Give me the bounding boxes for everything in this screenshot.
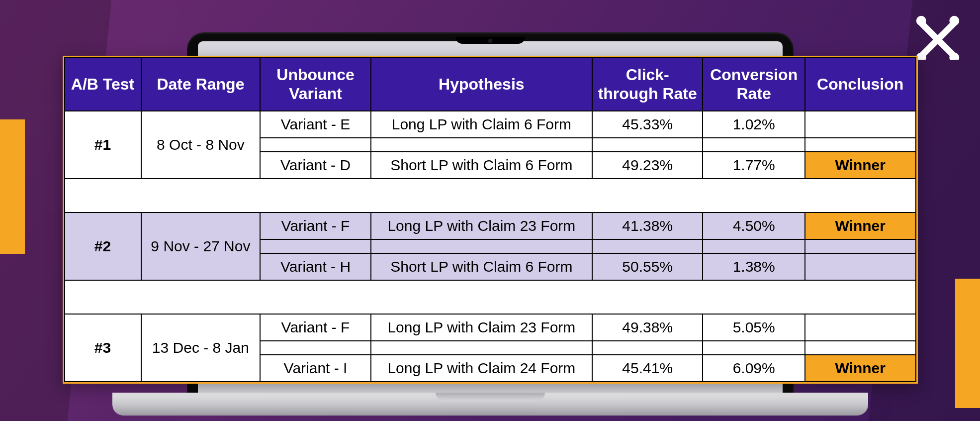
table-gap-row <box>65 179 916 212</box>
cell-cvr: 5.05% <box>703 314 804 341</box>
cell-variant: Variant - F <box>260 212 371 239</box>
cell-cvr: 1.77% <box>703 152 804 179</box>
cell-ctr: 45.33% <box>592 111 703 138</box>
cell-empty <box>371 239 592 253</box>
table-row: #29 Nov - 27 NovVariant - FLong LP with … <box>65 212 916 239</box>
cell-empty <box>703 341 804 355</box>
brand-x-icon <box>915 15 960 60</box>
cell-hypothesis: Long LP with Claim 23 Form <box>371 212 592 239</box>
svg-point-0 <box>916 16 926 26</box>
cell-cvr: 1.38% <box>703 253 804 280</box>
cell-empty <box>260 341 371 355</box>
cell-gap <box>65 179 916 212</box>
cell-date-range: 9 Nov - 27 Nov <box>141 212 261 280</box>
cell-empty <box>703 138 804 152</box>
cell-cvr: 6.09% <box>703 355 804 382</box>
cell-conclusion <box>805 314 916 341</box>
ab-test-table-container: A/B Test Date Range Unbounce Variant Hyp… <box>63 56 918 384</box>
cell-date-range: 13 Dec - 8 Jan <box>141 314 261 382</box>
table-row: #18 Oct - 8 NovVariant - ELong LP with C… <box>65 111 916 138</box>
cell-empty <box>703 239 804 253</box>
cell-conclusion <box>805 111 916 138</box>
table-gap-row <box>65 280 916 314</box>
cell-hypothesis: Long LP with Claim 23 Form <box>371 314 592 341</box>
cell-hypothesis: Long LP with Claim 6 Form <box>371 111 592 138</box>
cell-variant: Variant - E <box>260 111 371 138</box>
cell-ctr: 41.38% <box>592 212 703 239</box>
cell-empty <box>260 239 371 253</box>
laptop-trackpad-notch <box>436 393 545 401</box>
cell-hypothesis: Short LP with Claim 6 Form <box>371 253 592 280</box>
cell-cvr: 1.02% <box>703 111 804 138</box>
col-header-conclusion: Conclusion <box>805 58 916 111</box>
cell-variant: Variant - D <box>260 152 371 179</box>
table-row: #313 Dec - 8 JanVariant - FLong LP with … <box>65 314 916 341</box>
laptop-camera-icon <box>455 37 525 44</box>
col-header-test: A/B Test <box>65 58 141 111</box>
cell-test-id: #1 <box>65 111 141 179</box>
col-header-cvr: Conversion Rate <box>703 58 804 111</box>
cell-empty <box>371 341 592 355</box>
cell-date-range: 8 Oct - 8 Nov <box>141 111 261 179</box>
cell-conclusion: Winner <box>805 355 916 382</box>
svg-point-1 <box>949 16 959 26</box>
cell-empty <box>592 138 703 152</box>
cell-empty <box>805 138 916 152</box>
cell-variant: Variant - F <box>260 314 371 341</box>
cell-hypothesis: Long LP with Claim 24 Form <box>371 355 592 382</box>
col-header-variant: Unbounce Variant <box>260 58 371 111</box>
cell-ctr: 50.55% <box>592 253 703 280</box>
cell-conclusion: Winner <box>805 152 916 179</box>
laptop-base <box>112 393 868 416</box>
cell-variant: Variant - H <box>260 253 371 280</box>
cell-hypothesis: Short LP with Claim 6 Form <box>371 152 592 179</box>
cell-empty <box>592 239 703 253</box>
cell-test-id: #3 <box>65 314 141 382</box>
accent-block-right <box>955 279 980 408</box>
ab-test-table: A/B Test Date Range Unbounce Variant Hyp… <box>64 57 916 382</box>
cell-ctr: 49.23% <box>592 152 703 179</box>
col-header-ctr: Click-through Rate <box>592 58 703 111</box>
cell-conclusion <box>805 253 916 280</box>
cell-empty <box>592 341 703 355</box>
cell-test-id: #2 <box>65 212 141 280</box>
cell-empty <box>805 341 916 355</box>
cell-ctr: 49.38% <box>592 314 703 341</box>
cell-cvr: 4.50% <box>703 212 804 239</box>
col-header-hypothesis: Hypothesis <box>371 58 592 111</box>
cell-empty <box>371 138 592 152</box>
accent-block-left <box>0 119 25 254</box>
col-header-date: Date Range <box>141 58 261 111</box>
cell-gap <box>65 280 916 314</box>
table-header-row: A/B Test Date Range Unbounce Variant Hyp… <box>65 58 916 111</box>
cell-empty <box>260 138 371 152</box>
cell-empty <box>805 239 916 253</box>
cell-ctr: 45.41% <box>592 355 703 382</box>
cell-conclusion: Winner <box>805 212 916 239</box>
cell-variant: Variant - I <box>260 355 371 382</box>
